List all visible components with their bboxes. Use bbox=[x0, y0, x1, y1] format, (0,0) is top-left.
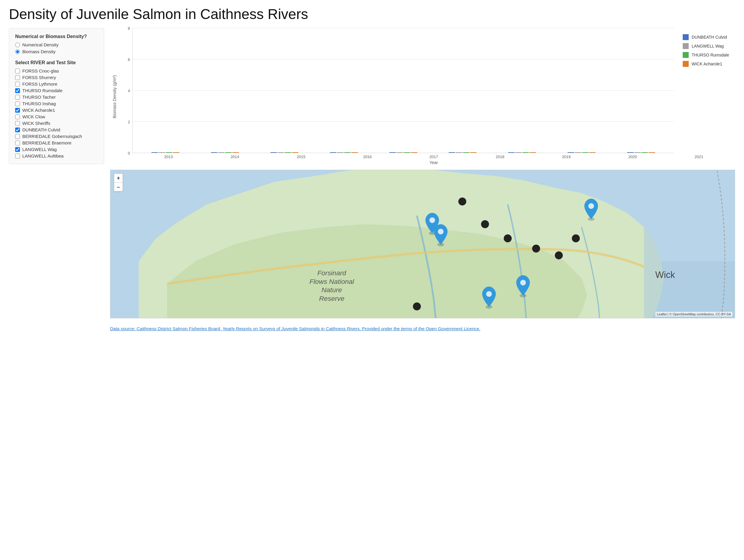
bar-THURSO-Rumsdale-2015 bbox=[285, 152, 291, 153]
y-tick-4: 4 bbox=[128, 89, 130, 93]
data-source-link[interactable]: Data source: Caithness District Salmon F… bbox=[110, 326, 480, 331]
site-berriedale-braemore-checkbox[interactable] bbox=[15, 141, 20, 145]
bar-LANGWELL-Wag-2013 bbox=[158, 152, 165, 153]
site-thurso-tacher-checkbox[interactable] bbox=[15, 95, 20, 99]
year-group-2017 bbox=[374, 152, 433, 153]
bar-DUNBEATH-Culvid-2014 bbox=[211, 152, 218, 153]
site-berriedale-braemore[interactable]: BERRIEDALE Braemore bbox=[15, 140, 98, 145]
legend-label-THURSO-Rumsdale: THURSO Rumsdale bbox=[692, 53, 729, 57]
svg-point-25 bbox=[458, 198, 467, 206]
site-thurso-inshag[interactable]: THURSO Inshag bbox=[15, 101, 98, 106]
map-svg: Thurso Wick Forsinard Flows National Nat… bbox=[110, 170, 735, 318]
site-wick-acharole1-checkbox[interactable] bbox=[15, 108, 20, 113]
year-group-2014 bbox=[195, 152, 255, 153]
x-label-2015: 2015 bbox=[268, 153, 334, 159]
biomass-density-option[interactable]: Biomass Density bbox=[15, 49, 98, 54]
zoom-in-button[interactable]: + bbox=[114, 173, 123, 183]
site-wick-sheriffs-checkbox[interactable] bbox=[15, 121, 20, 126]
map-attribution: Leaflet | © OpenStreetMap contributors, … bbox=[655, 312, 733, 317]
site-berriedale-gobernuisgach-checkbox[interactable] bbox=[15, 134, 20, 139]
bar-THURSO-Rumsdale-2014 bbox=[225, 152, 232, 153]
bar-WICK-Acharole1-2021 bbox=[648, 152, 655, 153]
svg-point-29 bbox=[555, 251, 563, 259]
site-berriedale-gobernuisgach[interactable]: BERRIEDALE Gobernuisgach bbox=[15, 134, 98, 139]
bar-DUNBEATH-Culvid-2019 bbox=[508, 152, 515, 153]
year-group-2016 bbox=[314, 152, 374, 153]
bar-THURSO-Rumsdale-2021 bbox=[641, 152, 648, 153]
site-wick-clow[interactable]: WICK Clow bbox=[15, 114, 98, 119]
bar-WICK-Acharole1-2019 bbox=[529, 152, 536, 153]
biomass-density-radio[interactable] bbox=[15, 49, 20, 54]
numerical-density-option[interactable]: Numerical Density bbox=[15, 42, 98, 47]
legend-label-WICK-Acharole1: WICK Acharole1 bbox=[692, 62, 722, 66]
y-tick-2: 2 bbox=[128, 120, 130, 124]
site-forss-lythmore-checkbox[interactable] bbox=[15, 82, 20, 86]
year-group-2020 bbox=[552, 152, 611, 153]
bar-LANGWELL-Wag-2020 bbox=[575, 152, 581, 153]
zoom-out-button[interactable]: – bbox=[114, 183, 123, 191]
site-forss-shurrery[interactable]: FORSS Shurrery bbox=[15, 75, 98, 80]
svg-text:Nature: Nature bbox=[322, 286, 342, 294]
bar-THURSO-Rumsdale-2017 bbox=[404, 152, 410, 153]
site-forss-cnoc-glas[interactable]: FORSS Cnoc-glas bbox=[15, 68, 98, 73]
numerical-density-radio[interactable] bbox=[15, 42, 20, 47]
bar-DUNBEATH-Culvid-2013 bbox=[151, 152, 158, 153]
site-wick-clow-checkbox[interactable] bbox=[15, 114, 20, 119]
legend-color-WICK-Acharole1 bbox=[683, 61, 689, 67]
bar-DUNBEATH-Culvid-2016 bbox=[330, 152, 336, 153]
site-thurso-inshag-checkbox[interactable] bbox=[15, 102, 20, 106]
legend-item-WICK-Acharole1: WICK Acharole1 bbox=[683, 61, 729, 67]
bar-LANGWELL-Wag-2019 bbox=[515, 152, 522, 153]
svg-text:East Caithness: East Caithness bbox=[600, 318, 642, 318]
site-dunbeath-culvid[interactable]: DUNBEATH Culvid bbox=[15, 127, 98, 132]
bar-WICK-Acharole1-2016 bbox=[351, 152, 358, 153]
bar-DUNBEATH-Culvid-2017 bbox=[389, 152, 396, 153]
data-source: Data source: Caithness District Salmon F… bbox=[110, 326, 735, 331]
site-langwell-wag[interactable]: LANGWELL Wag bbox=[15, 147, 98, 152]
site-thurso-rumsdale[interactable]: THURSO Rumsdale bbox=[15, 88, 98, 93]
bar-WICK-Acharole1-2018 bbox=[470, 152, 477, 153]
site-langwell-aultibea-checkbox[interactable] bbox=[15, 154, 20, 158]
svg-point-24 bbox=[486, 291, 492, 297]
bar-DUNBEATH-Culvid-2018 bbox=[449, 152, 455, 153]
bar-DUNBEATH-Culvid-2015 bbox=[270, 152, 277, 153]
svg-point-30 bbox=[572, 235, 580, 243]
controls-panel: Numerical or Biomass Density? Numerical … bbox=[9, 28, 104, 164]
site-question-label: Select RIVER and Test Site bbox=[15, 60, 98, 66]
site-forss-lythmore[interactable]: FORSS Lythmore bbox=[15, 81, 98, 86]
map-controls: + – bbox=[114, 173, 123, 191]
legend-item-LANGWELL-Wag: LANGWELL Wag bbox=[683, 43, 729, 49]
bar-LANGWELL-Wag-2014 bbox=[218, 152, 225, 153]
site-wick-acharole1[interactable]: WICK Acharole1 bbox=[15, 108, 98, 113]
site-forss-cnoc-glas-checkbox[interactable] bbox=[15, 69, 20, 73]
svg-point-22 bbox=[520, 280, 526, 285]
page-title: Density of Juvenile Salmon in Caithness … bbox=[9, 6, 735, 22]
site-thurso-tacher[interactable]: THURSO Tacher bbox=[15, 94, 98, 99]
bar-LANGWELL-Wag-2017 bbox=[397, 152, 403, 153]
y-tick-0: 0 bbox=[128, 151, 130, 155]
numerical-density-label: Numerical Density bbox=[22, 42, 59, 47]
site-thurso-rumsdale-checkbox[interactable] bbox=[15, 88, 20, 93]
year-group-2015 bbox=[255, 152, 314, 153]
y-tick-8: 8 bbox=[128, 26, 130, 31]
site-forss-shurrery-checkbox[interactable] bbox=[15, 75, 20, 80]
svg-text:Flows National: Flows National bbox=[309, 278, 354, 285]
site-langwell-wag-checkbox[interactable] bbox=[15, 147, 20, 152]
bar-WICK-Acharole1-2014 bbox=[232, 152, 239, 153]
bar-LANGWELL-Wag-2016 bbox=[337, 152, 344, 153]
site-dunbeath-culvid-checkbox[interactable] bbox=[15, 127, 20, 132]
legend-color-DUNBEATH-Culvid bbox=[683, 34, 689, 40]
svg-point-26 bbox=[481, 220, 489, 228]
bar-WICK-Acharole1-2017 bbox=[411, 152, 417, 153]
svg-point-31 bbox=[413, 303, 421, 311]
x-label-2014: 2014 bbox=[202, 153, 268, 159]
bar-THURSO-Rumsdale-2020 bbox=[582, 152, 588, 153]
year-group-2019 bbox=[492, 152, 552, 153]
svg-point-27 bbox=[504, 235, 512, 243]
sidebar: Numerical or Biomass Density? Numerical … bbox=[9, 28, 104, 331]
y-axis-label: Biomass Density (g/m²) bbox=[110, 28, 119, 165]
legend-item-DUNBEATH-Culvid: DUNBEATH Culvid bbox=[683, 34, 729, 40]
site-langwell-aultibea[interactable]: LANGWELL Aultibea bbox=[15, 153, 98, 158]
site-wick-sheriffs[interactable]: WICK Sheriffs bbox=[15, 121, 98, 126]
bar-DUNBEATH-Culvid-2020 bbox=[568, 152, 574, 153]
